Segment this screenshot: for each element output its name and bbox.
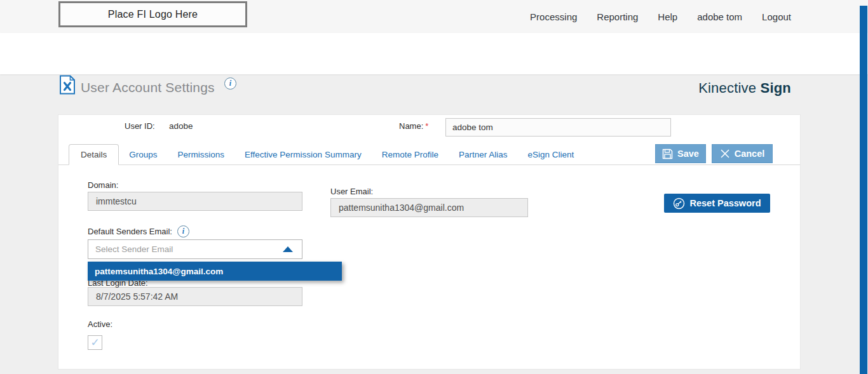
scrollbar-track [859, 0, 868, 374]
tab-details[interactable]: Details [69, 144, 119, 165]
nav-help[interactable]: Help [658, 11, 677, 22]
user-id-label: User ID: [125, 121, 155, 131]
tab-esign-client[interactable]: eSign Client [517, 144, 584, 164]
name-label: Name:* [399, 121, 428, 131]
last-login-input [88, 287, 302, 306]
active-checkbox[interactable]: ✓ [88, 335, 102, 350]
brand-regular: Kinective [698, 80, 756, 96]
user-id-value: adobe [169, 121, 193, 131]
nav-reporting[interactable]: Reporting [597, 11, 638, 22]
tab-remote-profile[interactable]: Remote Profile [372, 144, 449, 164]
tab-permissions[interactable]: Permissions [168, 144, 235, 164]
fi-logo-text: Place FI Logo Here [108, 9, 198, 20]
user-email-input [330, 198, 528, 217]
domain-input [88, 192, 302, 211]
name-input[interactable] [445, 118, 671, 137]
nav-logout[interactable]: Logout [762, 11, 791, 22]
user-account-panel: User ID: adobe Name:* Details Groups Per… [58, 114, 801, 370]
sender-email-option[interactable]: pattemsunitha1304@gmail.com [88, 262, 342, 281]
brand-logo: Kinective Sign [698, 80, 791, 97]
page-header: User Account Settings i Kinective Sign [0, 33, 868, 74]
cancel-label: Cancel [735, 149, 765, 159]
scrollbar-thumb[interactable] [860, 6, 867, 374]
cancel-button[interactable]: Cancel [712, 144, 773, 163]
save-button[interactable]: Save [655, 144, 706, 163]
nav-user-menu[interactable]: adobe tom [697, 11, 742, 22]
page-title: User Account Settings [81, 80, 215, 95]
sender-email-select[interactable]: Select Sender Email [88, 239, 302, 259]
active-label: Active: [88, 319, 112, 329]
chevron-up-icon [283, 246, 293, 252]
fi-logo-placeholder: Place FI Logo Here [58, 1, 247, 27]
cancel-x-icon [720, 149, 730, 159]
reset-password-key-icon [673, 197, 685, 210]
default-senders-email-label: Default Senders Email: i [88, 225, 189, 237]
sender-select-placeholder: Select Sender Email [88, 244, 283, 254]
save-label: Save [677, 149, 699, 159]
required-marker: * [425, 121, 428, 131]
tab-partner-alias[interactable]: Partner Alias [449, 144, 518, 164]
settings-document-icon [59, 75, 76, 95]
save-icon [662, 149, 673, 159]
tab-effective-permission-summary[interactable]: Effective Permission Summary [234, 144, 372, 164]
top-bar: Place FI Logo Here Processing Reporting … [0, 0, 868, 33]
reset-password-button[interactable]: Reset Password [664, 194, 770, 213]
user-email-label: User Email: [330, 187, 373, 196]
senders-info-icon[interactable]: i [177, 225, 189, 237]
nav-processing[interactable]: Processing [530, 11, 577, 22]
sender-email-dropdown: pattemsunitha1304@gmail.com [88, 262, 342, 281]
domain-label: Domain: [88, 180, 118, 190]
reset-password-label: Reset Password [689, 198, 761, 208]
checkmark-icon: ✓ [90, 336, 99, 349]
tab-groups[interactable]: Groups [119, 144, 167, 164]
title-info-icon[interactable]: i [224, 77, 236, 90]
brand-bold: Sign [761, 80, 791, 96]
top-navigation: Processing Reporting Help adobe tom Logo… [530, 0, 791, 33]
